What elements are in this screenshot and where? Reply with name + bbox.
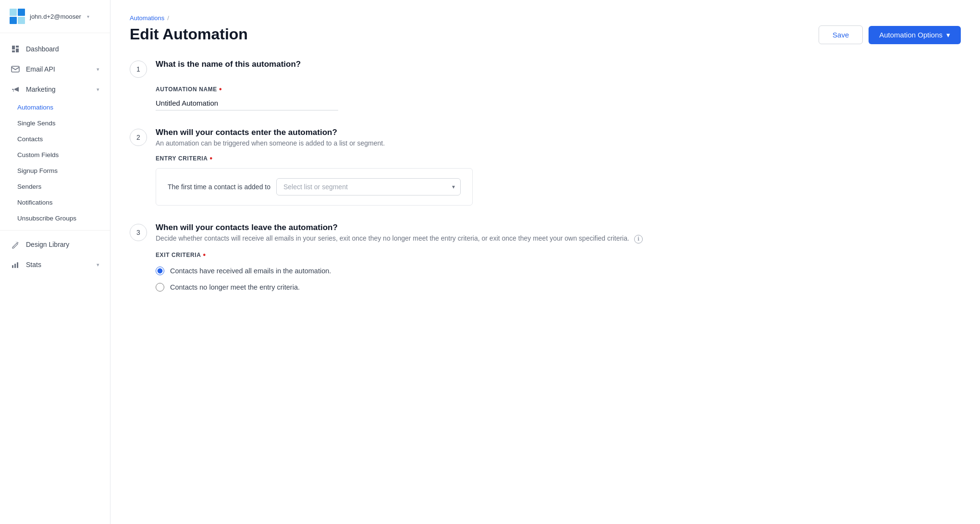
step-3-section: 3 When will your contacts leave the auto… <box>130 223 961 292</box>
entry-criteria-label: ENTRY CRITERIA • <box>156 155 961 162</box>
step-1-header: 1 What is the name of this automation? <box>130 60 961 78</box>
sidebar-item-single-sends[interactable]: Single Sends <box>0 115 110 131</box>
save-button[interactable]: Save <box>819 25 863 44</box>
sidebar-item-senders[interactable]: Senders <box>0 179 110 195</box>
step-3-circle: 3 <box>130 224 147 241</box>
automation-options-chevron: ▾ <box>946 31 950 39</box>
stats-chevron: ▾ <box>97 262 99 268</box>
marketing-icon <box>11 85 20 94</box>
automation-name-label: Automation Name • <box>156 85 961 93</box>
exit-criteria-radio-group: Contacts have received all emails in the… <box>156 267 961 292</box>
radio-no-longer-meet-input[interactable] <box>156 283 164 292</box>
stats-icon <box>11 260 20 269</box>
dashboard-label: Dashboard <box>26 45 59 53</box>
svg-rect-2 <box>10 17 17 24</box>
sidebar: john.d+2@mooser ▾ Dashboard Email API ▾ <box>0 0 110 524</box>
step-1-title: What is the name of this automation? <box>156 60 301 69</box>
required-dot-2: • <box>209 155 212 162</box>
step-2-section: 2 When will your contacts enter the auto… <box>130 128 961 206</box>
svg-rect-1 <box>18 9 25 16</box>
sidebar-item-design-library[interactable]: Design Library <box>0 234 110 255</box>
nav-divider <box>0 230 110 231</box>
step-2-title-area: When will your contacts enter the automa… <box>156 128 385 147</box>
radio-all-emails-label: Contacts have received all emails in the… <box>170 267 331 275</box>
radio-all-emails[interactable]: Contacts have received all emails in the… <box>156 267 961 275</box>
automation-options-button[interactable]: Automation Options ▾ <box>869 26 961 44</box>
automation-options-label: Automation Options <box>879 31 943 39</box>
marketing-chevron: ▾ <box>97 86 99 93</box>
step-2-title: When will your contacts enter the automa… <box>156 128 385 137</box>
required-dot-3: • <box>203 251 206 259</box>
design-library-label: Design Library <box>26 241 69 248</box>
step-3-header: 3 When will your contacts leave the auto… <box>130 223 961 244</box>
account-chevron: ▾ <box>87 14 89 19</box>
page-header: Edit Automation Save Automation Options … <box>130 25 961 44</box>
radio-no-longer-meet-label: Contacts no longer meet the entry criter… <box>170 283 300 291</box>
dashboard-icon <box>11 44 20 54</box>
main-content: Automations / Edit Automation Save Autom… <box>110 0 980 524</box>
breadcrumb-parent[interactable]: Automations <box>130 14 164 22</box>
sidebar-item-unsubscribe-groups[interactable]: Unsubscribe Groups <box>0 210 110 226</box>
step-1-circle: 1 <box>130 61 147 78</box>
design-library-icon <box>11 240 20 249</box>
email-api-label: Email API <box>26 65 55 73</box>
step-3-title: When will your contacts leave the automa… <box>156 223 643 232</box>
step-3-title-area: When will your contacts leave the automa… <box>156 223 643 244</box>
stats-label: Stats <box>26 261 41 268</box>
automation-name-input[interactable] <box>156 96 338 110</box>
account-email: john.d+2@mooser <box>30 13 81 20</box>
step-2-field-group: ENTRY CRITERIA • The first time a contac… <box>156 155 961 206</box>
step-3-desc: Decide whether contacts will receive all… <box>156 234 643 244</box>
criteria-text: The first time a contact is added to <box>168 183 270 191</box>
info-icon[interactable]: ℹ <box>634 235 643 244</box>
header-actions: Save Automation Options ▾ <box>819 25 961 44</box>
list-segment-select-wrapper: Select list or segment ▾ <box>276 178 461 195</box>
step-2-header: 2 When will your contacts enter the auto… <box>130 128 961 147</box>
step-1-field-group: Automation Name • <box>156 85 961 110</box>
sidebar-item-signup-forms[interactable]: Signup Forms <box>0 163 110 179</box>
sidebar-item-marketing[interactable]: Marketing ▾ <box>0 79 110 99</box>
svg-rect-4 <box>12 66 19 72</box>
entry-criteria-box: The first time a contact is added to Sel… <box>156 168 473 206</box>
list-segment-select[interactable]: Select list or segment <box>276 178 461 195</box>
sidebar-item-notifications[interactable]: Notifications <box>0 195 110 210</box>
required-dot-1: • <box>219 85 222 93</box>
marketing-label: Marketing <box>26 85 55 93</box>
sidebar-item-automations[interactable]: Automations <box>0 99 110 115</box>
svg-rect-0 <box>10 9 17 16</box>
svg-rect-5 <box>12 265 13 268</box>
sendgrid-logo <box>10 9 25 24</box>
sidebar-item-custom-fields[interactable]: Custom Fields <box>0 147 110 163</box>
step-2-circle: 2 <box>130 129 147 146</box>
svg-rect-3 <box>18 17 25 24</box>
step-3-field-group: EXIT CRITERIA • Contacts have received a… <box>156 251 961 292</box>
breadcrumb-separator: / <box>167 14 169 22</box>
sidebar-nav: Dashboard Email API ▾ Marketing ▾ <box>0 33 110 524</box>
step-1-section: 1 What is the name of this automation? A… <box>130 60 961 110</box>
svg-rect-6 <box>14 264 16 268</box>
account-header[interactable]: john.d+2@mooser ▾ <box>0 0 110 33</box>
sidebar-item-stats[interactable]: Stats ▾ <box>0 255 110 275</box>
breadcrumb: Automations / <box>130 14 961 22</box>
svg-rect-7 <box>17 262 18 268</box>
page-title: Edit Automation <box>130 25 248 43</box>
step-2-desc: An automation can be triggered when some… <box>156 139 385 147</box>
sidebar-item-email-api[interactable]: Email API ▾ <box>0 59 110 79</box>
radio-all-emails-input[interactable] <box>156 267 164 275</box>
email-api-icon <box>11 64 20 74</box>
email-api-chevron: ▾ <box>97 66 99 73</box>
step-1-title-area: What is the name of this automation? <box>156 60 301 71</box>
radio-no-longer-meet[interactable]: Contacts no longer meet the entry criter… <box>156 283 961 292</box>
sidebar-item-dashboard[interactable]: Dashboard <box>0 39 110 59</box>
sidebar-item-contacts[interactable]: Contacts <box>0 131 110 147</box>
exit-criteria-label: EXIT CRITERIA • <box>156 251 961 259</box>
